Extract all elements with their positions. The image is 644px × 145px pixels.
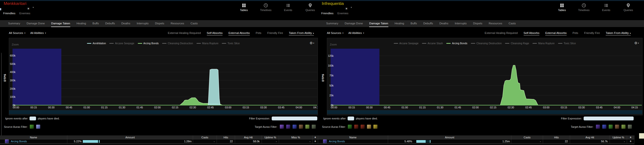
filter-expression-input[interactable] [272,116,317,120]
column-header-[interactable]: + [313,136,318,139]
dropdown-all-abilities[interactable]: All Abilities▾ [30,32,46,34]
tab-enemies[interactable]: Enemies [338,12,348,15]
nav-tab-summary[interactable]: Summary [8,20,20,27]
toggle-self-absorbs[interactable]: Self Absorbs [524,32,540,36]
close-icon[interactable]: ✖ [27,7,30,10]
toggle-friendly-fire[interactable]: Friendly Fire [267,32,283,35]
column-header-casts[interactable]: Casts [511,136,543,139]
expand-row-button[interactable]: + [627,139,634,144]
chart-range-scrollbar[interactable] [9,110,318,114]
column-header-amount[interactable]: Amount [67,136,193,139]
nav-tab-healing[interactable]: Healing [395,20,404,27]
ability-link[interactable]: Arcing Bonds [329,139,345,144]
gray-skull-aura-icon[interactable] [628,124,632,129]
dark-skull-aura-icon[interactable] [312,124,316,129]
tab-enemies[interactable]: Enemies [20,12,30,15]
view-tables[interactable]: Tables [552,3,572,12]
toggle-friendly-fire[interactable]: Friendly Fire [584,32,600,35]
toggle-external-absorbs[interactable]: External Absorbs [228,32,250,36]
column-header-amount[interactable]: Amount [388,136,511,139]
red-insect-aura-icon[interactable] [354,124,358,129]
view-events[interactable]: Events [596,3,616,12]
nav-tab-buffs[interactable]: Buffs [92,20,99,27]
nav-tab-casts[interactable]: Casts [509,20,516,27]
green-fang-aura-icon[interactable] [348,124,352,129]
nav-tab-damage-taken[interactable]: Damage Taken [369,20,388,27]
tan-wedge-aura-icon[interactable] [367,124,371,129]
dropdown-all-abilities[interactable]: All Abilities▾ [348,32,364,34]
nav-tab-deaths[interactable]: Deaths [440,20,448,27]
nav-tab-debuffs[interactable]: Debuffs [424,20,433,27]
close-icon[interactable]: ✖ [345,7,348,10]
filter-expression-input[interactable] [584,116,634,120]
purple-beam-aura-icon[interactable] [280,124,284,129]
column-header-avg-hit[interactable]: Avg Hit [235,136,262,139]
nav-tab-deaths[interactable]: Deaths [121,20,130,27]
blue-starburst-aura-icon[interactable] [36,124,40,129]
column-header-miss[interactable]: Miss % [279,136,313,139]
red-insect-aura-icon-2[interactable] [360,124,365,129]
column-header-hits[interactable]: Hits [217,136,235,139]
chevron-down-icon[interactable]: ▾ [33,6,34,8]
column-header-uptime[interactable]: Uptime % [610,136,627,139]
nav-tab-damage-done[interactable]: Damage Done [344,20,363,27]
dropdown-all-sources[interactable]: All Sources▾ [9,32,25,34]
column-header-name[interactable]: Name [318,136,388,139]
brown-swirl-aura-icon[interactable] [615,124,620,129]
fight-title[interactable]: Menkkaritari [4,1,26,6]
column-header-casts[interactable]: Casts [193,136,217,139]
toggle-pets[interactable]: Pets [572,32,578,35]
nav-tab-interrupts[interactable]: Interrupts [455,20,467,27]
nav-tab-damage-done[interactable]: Damage Done [26,20,45,27]
purple-swirl-aura-icon[interactable] [286,124,290,129]
green-swirl-aura-icon[interactable] [608,124,613,129]
dtps-chart[interactable]: Zoom Arcane SeepageArcane SlashArcing Bo… [327,38,642,115]
view-queries[interactable]: Queries [300,3,318,12]
tab-friendlies[interactable]: Friendlies [3,12,16,15]
nav-tab-summary[interactable]: Summary [326,20,338,27]
view-timelines[interactable]: Timelines [574,3,594,12]
deaths-count-input[interactable] [348,116,354,120]
nav-tab-healing[interactable]: Healing [77,20,86,27]
blue-violet-swirl-aura-icon[interactable] [292,124,297,129]
toggle-external-healing-required[interactable]: External Healing Required [168,32,201,35]
nav-tab-dispels[interactable]: Dispels [155,20,164,27]
toggle-external-absorbs[interactable]: External Absorbs [545,32,567,36]
nav-tab-buffs[interactable]: Buffs [411,20,417,27]
green-terrain-aura-icon[interactable] [621,124,626,129]
toggle-external-healing-required[interactable]: External Healing Required [484,32,518,35]
brown-swirl-aura-icon[interactable] [299,124,303,129]
green-terrain-aura-icon[interactable] [305,124,310,129]
nav-tab-resources[interactable]: Resources [171,20,184,27]
view-tables[interactable]: Tables [234,3,254,12]
dtps-chart[interactable]: Zoom AnnihilationArcane SeepageArcing Bo… [9,38,318,115]
column-header-uptime[interactable]: Uptime % [262,136,279,139]
nav-tab-debuffs[interactable]: Debuffs [105,20,115,27]
nav-tab-damage-taken[interactable]: Damage Taken [51,20,70,27]
view-queries[interactable]: Queries [618,3,638,12]
fight-title[interactable]: Infrequentia [322,1,344,6]
toggle-taken-from-ability[interactable]: Taken From Ability▾ [289,32,314,36]
view-timelines[interactable]: Timelines [256,3,276,12]
ability-link[interactable]: Arcing Bonds [11,139,27,144]
nav-tab-interrupts[interactable]: Interrupts [136,20,148,27]
view-events[interactable]: Events [278,3,298,12]
column-header-avg-hit[interactable]: Avg Hit [570,136,610,139]
yellow-hex-aura-icon[interactable] [373,124,378,129]
purple-swirl-aura-icon[interactable] [596,124,600,129]
chart-range-scrollbar[interactable] [327,110,642,114]
dropdown-all-sources[interactable]: All Sources▾ [327,32,343,34]
deaths-count-input[interactable] [30,116,36,120]
toggle-pets[interactable]: Pets [256,32,261,35]
expand-row-button[interactable]: + [313,139,318,144]
column-header-hits[interactable]: Hits [543,136,570,139]
blue-violet-swirl-aura-icon[interactable] [602,124,607,129]
chevron-down-icon[interactable]: ▾ [351,6,352,8]
toggle-taken-from-ability[interactable]: Taken From Ability▾ [606,32,631,36]
column-header-[interactable]: + [627,136,634,139]
green-claw-aura-icon[interactable] [30,124,34,129]
toggle-self-absorbs[interactable]: Self Absorbs [207,32,223,36]
nav-tab-dispels[interactable]: Dispels [473,20,482,27]
nav-tab-resources[interactable]: Resources [489,20,502,27]
tab-friendlies[interactable]: Friendlies [321,12,334,15]
